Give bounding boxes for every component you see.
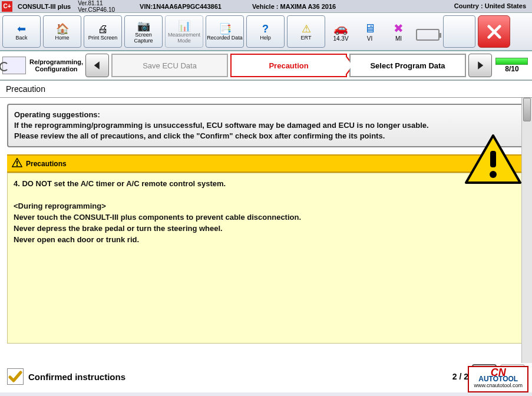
meas-label: Measurement Mode: [166, 32, 203, 44]
triangle-right-icon: [475, 60, 485, 71]
prec-line5: Never open each door or trunk rid.: [14, 234, 518, 245]
progress-bar-icon: [495, 58, 528, 65]
app-name: CONSULT-III plus: [14, 3, 74, 10]
capture-label: Screen Capture: [125, 32, 162, 44]
svg-point-1: [490, 171, 497, 178]
prec-line3: Never touch the CONSULT-III plus compone…: [14, 212, 518, 223]
step-select-program: Select Program Data: [349, 54, 466, 77]
page-indicator: 2 / 2: [452, 372, 468, 381]
prec-line2: <During reprogramming>: [14, 200, 518, 212]
scrollbar[interactable]: [521, 98, 532, 363]
precautions-title: Precautions: [26, 160, 67, 168]
close-button[interactable]: [478, 15, 510, 48]
svg-rect-2: [16, 161, 18, 164]
ert-label: ERT: [301, 35, 312, 41]
vi-device-icon: 🖥: [364, 22, 376, 35]
mi-status: ✖MI: [385, 15, 412, 48]
section-title: Precaution: [0, 81, 532, 98]
bottom-bar: Confirmed instructions 2 / 2: [7, 364, 525, 389]
mi-disconnected-icon: ✖: [394, 21, 404, 35]
screen-capture-button[interactable]: 📷Screen Capture: [124, 15, 163, 48]
watermark-url: www.cnautotool.com: [474, 382, 523, 389]
gauge-icon: 📊: [178, 20, 191, 32]
sugg-line2: Please review the all of precautions, an…: [14, 131, 518, 141]
mi-label: MI: [395, 35, 402, 42]
camera-icon: 📷: [137, 20, 150, 32]
vi-label: VI: [367, 35, 372, 42]
reprogramming-icon: [2, 57, 26, 74]
vin-label: VIN:: [140, 3, 153, 10]
svg-rect-0: [490, 151, 496, 167]
back-label: Back: [15, 35, 27, 41]
version-2: Ver.CSP46.10: [78, 6, 115, 13]
version-1: Ver.81.11: [78, 0, 115, 6]
scrollbar-thumb[interactable]: [523, 98, 531, 121]
recorded-data-icon: 📑: [219, 23, 232, 35]
vehicle-block: Vehicle : MAXIMA A36 2016: [249, 3, 339, 10]
confirm-label: Confirmed instructions: [28, 372, 125, 382]
triangle-left-icon: [92, 60, 103, 71]
battery-status: [414, 15, 441, 48]
step-bar: Re/programming,Configuration Save ECU Da…: [0, 51, 532, 81]
country-value: United States: [485, 2, 526, 9]
back-arrow-icon: ⬅: [17, 23, 26, 35]
help-icon: ?: [262, 23, 269, 35]
voltage-status: 🚗14.3V: [328, 15, 354, 48]
measurement-mode-button: 📊Measurement Mode: [165, 15, 203, 48]
main-content: Operating suggestions: If the reprogramm…: [0, 98, 532, 392]
rec-label: Recorded Data: [207, 35, 243, 41]
warning-small-icon: [12, 158, 22, 169]
vehicle-value: MAXIMA A36 2016: [280, 3, 336, 10]
precautions-body: 4. DO NOT set the A/C timer or A/C remot…: [7, 173, 525, 344]
print-label: Print Screen: [88, 35, 118, 41]
progress-text: 8/10: [505, 65, 518, 73]
title-bar: C+ CONSULT-III plus Ver.81.11 Ver.CSP46.…: [0, 0, 532, 13]
prec-line4: Never depress the brake pedal or turn th…: [14, 223, 518, 234]
back-button[interactable]: ⬅Back: [2, 15, 41, 48]
car-icon: 🚗: [333, 21, 348, 35]
print-screen-button[interactable]: 🖨Print Screen: [84, 15, 122, 48]
step-precaution: Precaution: [230, 54, 347, 77]
reprogramming-text: Re/programming,Configuration: [29, 58, 83, 72]
checkmark-icon: [8, 369, 22, 384]
step-save-ecu: Save ECU Data: [111, 54, 228, 77]
home-label: Home: [55, 35, 69, 41]
close-icon: [486, 24, 503, 40]
ert-button[interactable]: ⚠ERT: [287, 15, 325, 48]
version-block: Ver.81.11 Ver.CSP46.10: [74, 0, 118, 13]
vin-block: VIN:1N4AA6AP9GC443861: [136, 3, 225, 10]
precautions-header: Precautions: [7, 154, 525, 173]
step-prev-button[interactable]: [85, 54, 109, 77]
operating-suggestions: Operating suggestions: If the reprogramm…: [7, 104, 525, 147]
watermark: CN AUTOTOOL www.cnautotool.com: [468, 366, 528, 392]
help-label: Help: [260, 35, 271, 41]
watermark-autotool: AUTOTOOL: [474, 376, 523, 382]
country-label: Country :: [454, 2, 483, 9]
country-block: Country : United States: [454, 3, 532, 9]
window-button[interactable]: [443, 15, 475, 48]
printer-icon: 🖨: [98, 23, 108, 35]
prec-line1: 4. DO NOT set the A/C timer or A/C remot…: [14, 178, 518, 189]
step-progress: 8/10: [494, 54, 530, 77]
reprogramming-label: Re/programming,Configuration: [2, 57, 83, 74]
home-button[interactable]: 🏠Home: [43, 15, 81, 48]
main-toolbar: ⬅Back 🏠Home 🖨Print Screen 📷Screen Captur…: [0, 13, 532, 51]
app-logo: C+: [2, 1, 12, 12]
svg-point-3: [16, 164, 18, 166]
vin-value: 1N4AA6AP9GC443861: [153, 3, 222, 10]
warning-big-icon: [464, 133, 523, 188]
home-icon: 🏠: [56, 23, 69, 35]
step-next-button[interactable]: [468, 54, 492, 77]
voltage-value: 14.3V: [333, 35, 348, 42]
help-button[interactable]: ?Help: [246, 15, 285, 48]
vehicle-label: Vehicle :: [252, 3, 279, 10]
vi-status: 🖥VI: [356, 15, 383, 48]
confirm-checkbox[interactable]: [7, 368, 24, 385]
sugg-line1: If the reprogramming/programming is unsu…: [14, 120, 518, 131]
recorded-data-button[interactable]: 📑Recorded Data: [206, 15, 244, 48]
battery-icon: [416, 29, 440, 41]
sugg-title: Operating suggestions:: [14, 110, 518, 120]
warning-triangle-icon: ⚠: [302, 23, 311, 35]
